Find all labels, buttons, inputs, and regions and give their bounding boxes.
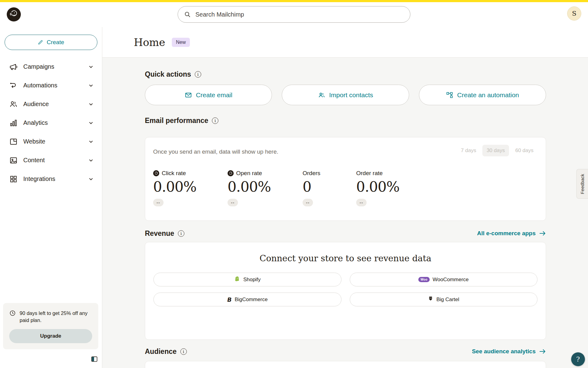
create-button-label: Create: [47, 39, 64, 46]
stat-open-rate: Open rate 0.00% --: [228, 170, 303, 206]
sidebar: Create Campaigns Automations Audience: [0, 27, 102, 368]
freddie-icon: [228, 170, 234, 176]
info-icon[interactable]: i: [212, 117, 218, 124]
freddie-icon: [153, 170, 159, 176]
page-header: Home New: [102, 27, 588, 58]
megaphone-icon: [9, 63, 18, 71]
sidebar-nav: Campaigns Automations Audience Analytics: [0, 57, 102, 188]
sidebar-item-automations[interactable]: Automations: [0, 76, 102, 95]
create-automation-button[interactable]: Create an automation: [419, 85, 546, 105]
connect-woocommerce-button[interactable]: Woo WooCommerce: [350, 273, 538, 286]
stat-label: Order rate: [356, 170, 383, 177]
stat-label: Click rate: [162, 170, 186, 177]
create-button[interactable]: Create: [5, 35, 97, 50]
chevron-down-icon: [89, 83, 93, 88]
store-grid: Shopify Woo WooCommerce B BigCommerce Bi…: [153, 273, 537, 306]
all-ecommerce-apps-link[interactable]: All e-commerce apps: [477, 230, 546, 237]
button-label: Import contacts: [329, 91, 373, 99]
connect-bigcommerce-button[interactable]: B BigCommerce: [153, 293, 341, 306]
people-icon: [9, 100, 18, 109]
sidebar-item-website[interactable]: Website: [0, 132, 102, 151]
info-icon[interactable]: i: [180, 348, 187, 355]
woocommerce-icon: Woo: [418, 277, 429, 282]
stat-delta: --: [228, 199, 238, 206]
stat-value: 0.00%: [356, 178, 538, 195]
sidebar-item-content[interactable]: Content: [0, 151, 102, 170]
create-email-button[interactable]: Create email: [145, 85, 272, 105]
sidebar-item-label: Campaigns: [23, 63, 89, 70]
email-performance-card: Once you send an email, data will show u…: [145, 137, 546, 221]
import-contacts-button[interactable]: Import contacts: [282, 85, 409, 105]
mailchimp-logo-icon[interactable]: [7, 7, 21, 21]
stat-click-rate: Click rate 0.00% --: [153, 170, 228, 206]
stat-delta: --: [356, 199, 367, 206]
help-button-label: ?: [576, 355, 580, 363]
stat-label: Open rate: [236, 170, 262, 177]
stat-value: 0.00%: [228, 178, 303, 195]
browser-icon: [9, 137, 18, 146]
info-icon[interactable]: i: [195, 71, 201, 78]
chevron-down-icon: [89, 64, 93, 69]
sidebar-item-label: Analytics: [23, 119, 89, 126]
clock-icon: [9, 310, 16, 318]
bar-chart-icon: [9, 119, 18, 127]
stat-delta: --: [303, 199, 313, 206]
range-7-days[interactable]: 7 days: [457, 145, 481, 156]
shopify-icon: [234, 276, 240, 283]
stat-value: 0.00%: [153, 178, 228, 195]
global-search[interactable]: [178, 6, 410, 23]
chevron-down-icon: [89, 102, 93, 107]
range-60-days[interactable]: 60 days: [511, 145, 538, 156]
sidebar-item-analytics[interactable]: Analytics: [0, 113, 102, 132]
grid-icon: [9, 175, 18, 183]
stat-order-rate: Order rate 0.00% --: [356, 170, 538, 206]
sidebar-item-campaigns[interactable]: Campaigns: [0, 57, 102, 76]
sidebar-item-label: Automations: [23, 82, 89, 89]
arrow-right-icon: [539, 230, 546, 237]
promo-message: 90 days left to get 25% off any paid pla…: [20, 310, 91, 324]
stat-label: Orders: [303, 170, 320, 177]
sidebar-item-audience[interactable]: Audience: [0, 95, 102, 113]
connect-shopify-button[interactable]: Shopify: [153, 273, 341, 286]
store-label: Shopify: [243, 277, 261, 283]
chevron-down-icon: [89, 177, 93, 182]
sidebar-item-integrations[interactable]: Integrations: [0, 170, 102, 188]
page-content: Quick actions i Create email Import cont…: [102, 58, 588, 368]
stats-row: Click rate 0.00% -- Open rate 0.00% -- O…: [153, 170, 538, 206]
quick-actions-heading-row: Quick actions i: [145, 70, 588, 79]
bigcommerce-icon: B: [227, 296, 232, 303]
stat-value: 0: [303, 178, 356, 195]
chevron-down-icon: [89, 121, 93, 125]
upgrade-button[interactable]: Upgrade: [9, 329, 92, 343]
link-label: All e-commerce apps: [477, 230, 536, 237]
avatar[interactable]: S: [567, 6, 581, 21]
audience-card: [145, 361, 546, 368]
help-button[interactable]: ?: [571, 352, 585, 366]
feedback-label: Feedback: [580, 174, 585, 194]
collapse-sidebar-icon[interactable]: [91, 356, 98, 362]
button-label: Create an automation: [457, 91, 519, 99]
feedback-tab[interactable]: Feedback: [576, 169, 588, 199]
connect-bigcartel-button[interactable]: Big Cartel: [350, 293, 538, 306]
chevron-down-icon: [89, 139, 93, 144]
stat-orders: Orders 0 --: [303, 170, 356, 206]
email-performance-heading: Email performance: [145, 117, 208, 125]
topbar: S: [0, 2, 588, 27]
new-badge: New: [172, 38, 190, 47]
automations-icon: [9, 81, 18, 90]
audience-heading: Audience: [145, 347, 177, 356]
search-input[interactable]: [195, 11, 404, 18]
store-label: Big Cartel: [436, 297, 459, 303]
audience-heading-row: Audience i See audience analytics: [145, 347, 546, 356]
quick-actions-heading: Quick actions: [145, 70, 191, 79]
info-icon[interactable]: i: [178, 230, 184, 237]
sidebar-item-label: Content: [23, 157, 89, 164]
see-audience-analytics-link[interactable]: See audience analytics: [472, 348, 546, 355]
brand-yellow-bar: [0, 0, 588, 2]
main-area: Home New Quick actions i Create email Im…: [102, 27, 588, 368]
search-icon: [184, 11, 191, 18]
sidebar-item-label: Integrations: [23, 175, 89, 182]
store-label: WooCommerce: [433, 277, 469, 283]
range-30-days[interactable]: 30 days: [482, 145, 509, 156]
upgrade-promo-card: 90 days left to get 25% off any paid pla…: [3, 303, 98, 349]
